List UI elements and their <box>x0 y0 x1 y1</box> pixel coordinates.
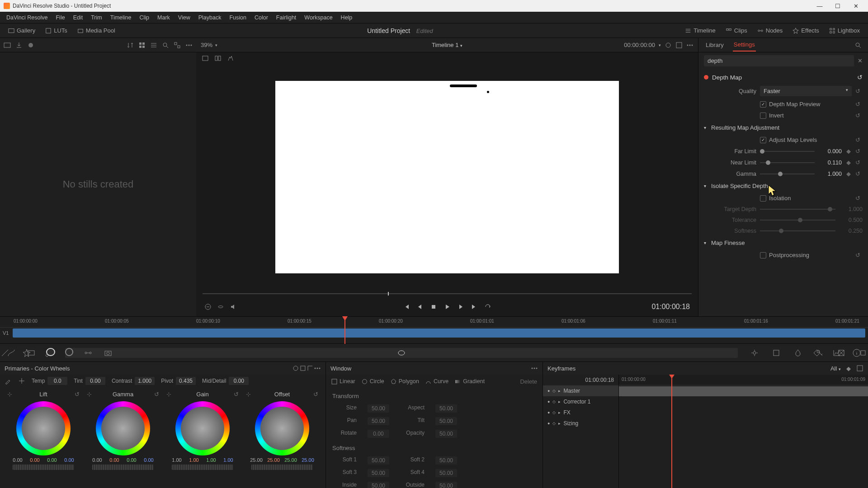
next-frame-icon[interactable] <box>457 303 464 310</box>
wheel-reset-icon[interactable]: ↺ <box>313 391 318 398</box>
record-icon[interactable] <box>27 42 34 49</box>
menu-help[interactable]: Help <box>337 13 356 22</box>
timeline-playhead[interactable] <box>344 317 345 344</box>
mini-timeline[interactable]: 01:00:00:00 01:00:00:05 01:00:00:10 01:0… <box>0 316 868 343</box>
picker-icon[interactable] <box>5 377 12 385</box>
menu-davinci[interactable]: DaVinci Resolve <box>3 13 51 22</box>
wheel-jog-lift[interactable] <box>13 465 74 470</box>
clips-toggle[interactable]: Clips <box>722 26 751 35</box>
wheel-jog-gain[interactable] <box>172 465 233 470</box>
far-keyframe-icon[interactable]: ◆ <box>845 148 852 155</box>
isolate-header[interactable]: ▾Isolate Specific Depth <box>704 179 863 192</box>
menu-mark[interactable]: Mark <box>154 13 174 22</box>
gamma-slider[interactable] <box>760 171 815 177</box>
menu-view[interactable]: View <box>175 13 194 22</box>
tc-dropdown-icon[interactable]: ▾ <box>659 43 661 47</box>
pivot-value[interactable]: 0.435 <box>176 377 196 385</box>
contrast-value[interactable]: 1.000 <box>135 377 155 385</box>
menu-playback[interactable]: Playback <box>195 13 225 22</box>
last-frame-icon[interactable] <box>471 303 478 310</box>
shape-polygon[interactable]: Polygon <box>391 378 419 385</box>
reset-isolation-icon[interactable]: ↺ <box>855 195 863 202</box>
soft2-value[interactable]: 50.00 <box>435 456 457 465</box>
color-wheel-gain[interactable] <box>175 401 230 455</box>
far-limit-value[interactable]: 0.000 <box>818 148 842 155</box>
reset-adjust-levels-icon[interactable]: ↺ <box>855 136 863 143</box>
lightbox-toggle[interactable]: Lightbox <box>826 26 863 35</box>
highlight-icon[interactable] <box>227 55 234 62</box>
shape-linear[interactable]: Linear <box>331 378 355 385</box>
color-wheel-offset[interactable] <box>255 401 309 455</box>
kf-expand-icon[interactable] <box>856 365 863 372</box>
more-icon[interactable] <box>185 42 193 49</box>
adjust-levels-checkbox[interactable] <box>760 137 766 143</box>
minimize-button[interactable]: — <box>811 1 828 11</box>
map-adjust-header[interactable]: ▾Resulting Map Adjustment <box>704 121 863 134</box>
stills-icon[interactable] <box>4 42 11 49</box>
color-wheel-gamma[interactable] <box>96 401 150 455</box>
wheel-jog-offset[interactable] <box>251 465 313 470</box>
grid-icon[interactable] <box>138 42 146 49</box>
gamma-value[interactable]: 1.000 <box>818 171 842 177</box>
menu-trim[interactable]: Trim <box>87 13 106 22</box>
finesse-header[interactable]: ▾Map Finesse <box>704 236 863 249</box>
opacity-value[interactable]: 50.00 <box>435 430 457 438</box>
menu-file[interactable]: File <box>52 13 68 22</box>
timecode-current[interactable]: 01:00:00:18 <box>651 303 690 311</box>
menu-fusion[interactable]: Fusion <box>226 13 250 22</box>
bypass-icon[interactable] <box>204 303 212 310</box>
inspector-search-icon[interactable] <box>854 42 862 49</box>
color-wheel-lift[interactable] <box>16 401 71 455</box>
timeline-toggle[interactable]: Timeline <box>681 26 719 35</box>
reset-postproc-icon[interactable]: ↺ <box>855 252 863 258</box>
wheel-picker-icon[interactable]: ⊹ <box>166 391 171 398</box>
wheel-reset-icon[interactable]: ↺ <box>75 391 80 398</box>
quality-select[interactable]: Faster▾ <box>760 86 852 96</box>
wheel-picker-icon[interactable]: ⊹ <box>7 391 12 398</box>
wheel-jog-gamma[interactable] <box>92 465 154 470</box>
depth-preview-checkbox[interactable] <box>760 101 766 108</box>
near-limit-slider[interactable] <box>760 160 815 166</box>
middetail-value[interactable]: 0.00 <box>229 377 249 385</box>
window-more-icon[interactable] <box>531 365 538 372</box>
menu-color[interactable]: Color <box>251 13 272 22</box>
keyframes-all[interactable]: All ▾ <box>830 365 841 372</box>
wheel-picker-icon[interactable]: ⊹ <box>246 391 251 398</box>
isolation-checkbox[interactable] <box>760 195 766 202</box>
sort-icon[interactable] <box>127 42 134 49</box>
size-value[interactable]: 50.00 <box>368 404 389 413</box>
gallery-toggle[interactable]: Gallery <box>5 26 39 35</box>
kf-node-master[interactable]: ●◇▸Master <box>543 385 618 396</box>
list-icon[interactable] <box>150 42 157 49</box>
postprocessing-checkbox[interactable] <box>760 252 766 258</box>
magic-mask-icon[interactable] <box>771 348 781 358</box>
effects-search-input[interactable] <box>704 55 854 66</box>
zoom-value[interactable]: 39% <box>201 42 212 48</box>
play-icon[interactable] <box>443 303 451 310</box>
viewer-scrubber[interactable] <box>203 290 692 297</box>
depth-map-header[interactable]: Depth Map ↺ <box>704 71 863 84</box>
clear-search-icon[interactable]: ✕ <box>858 57 863 64</box>
wheel-reset-icon[interactable]: ↺ <box>154 391 159 398</box>
blur-icon[interactable] <box>793 348 803 358</box>
shape-curve[interactable]: Curve <box>425 378 448 385</box>
aspect-value[interactable]: 50.00 <box>435 404 457 413</box>
soft3-value[interactable]: 50.00 <box>368 469 389 477</box>
primaries-mode1-icon[interactable] <box>292 365 299 372</box>
image-wipe-icon[interactable] <box>202 55 209 62</box>
soft1-value[interactable]: 50.00 <box>368 456 389 465</box>
shape-delete[interactable]: Delete <box>520 378 537 385</box>
scopes-icon[interactable] <box>832 348 842 358</box>
maximize-button[interactable]: ☐ <box>829 1 846 11</box>
tint-value[interactable]: 0.00 <box>85 377 105 385</box>
primaries-mode2-icon[interactable] <box>299 365 307 372</box>
reset-near-icon[interactable]: ↺ <box>855 159 863 166</box>
reset-far-icon[interactable]: ↺ <box>855 148 863 155</box>
split-icon[interactable] <box>214 55 222 62</box>
mediapool-toggle[interactable]: Media Pool <box>74 26 119 35</box>
inside-value[interactable]: 50.00 <box>368 482 389 488</box>
effects-toggle[interactable]: Effects <box>789 26 823 35</box>
tab-library[interactable]: Library <box>705 39 725 51</box>
viewer-canvas[interactable] <box>275 81 619 273</box>
menu-fairlight[interactable]: Fairlight <box>273 13 300 22</box>
